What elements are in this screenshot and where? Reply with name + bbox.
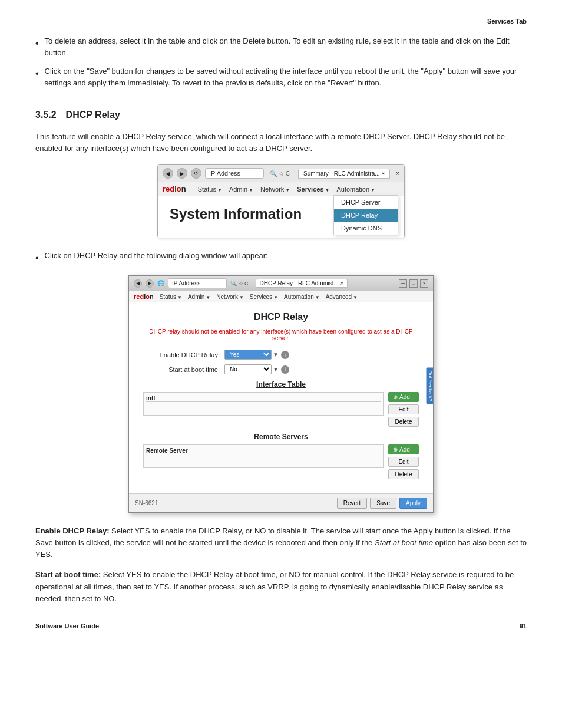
interface-table-section: Interface Table intf ⊕ Add Edit Delete	[143, 380, 419, 427]
dialog-tab[interactable]: DHCP Relay - RLC Administ... ×	[256, 279, 348, 288]
dialog-nav-automation[interactable]: Automation	[284, 294, 320, 300]
page-header: Services Tab	[35, 18, 527, 25]
boot-time-select[interactable]: No Yes	[224, 364, 272, 374]
dropdown-dhcp-server[interactable]: DHCP Server	[334, 196, 398, 209]
boot-time-row: Start at boot time: No Yes ▼ i	[143, 364, 419, 374]
minimize-button[interactable]: ─	[399, 279, 407, 288]
footer-left: Software User Guide	[35, 622, 99, 630]
forward-button[interactable]: ▶	[177, 168, 187, 179]
start-at-boot-italic: Start at boot time	[375, 538, 433, 547]
nav-admin-1[interactable]: Admin	[229, 186, 253, 193]
top-bullets: • To delete an address, select it in the…	[35, 35, 527, 88]
interface-table-box: intf	[143, 392, 384, 416]
body-para-enable: Enable DHCP Relay: Select YES to enable …	[35, 525, 527, 561]
nav-network-1[interactable]: Network	[260, 186, 290, 193]
interface-add-button[interactable]: ⊕ Add	[388, 392, 419, 402]
dialog-screenshot: ◀ ▶ 🌐 IP Address 🔍 ☆ C DHCP Relay - RLC …	[128, 275, 434, 513]
boot-time-label: Start at boot time:	[143, 366, 220, 373]
section-title: DHCP Relay	[66, 110, 120, 120]
restore-button[interactable]: □	[409, 279, 418, 288]
bullet-item: • To delete an address, select it in the…	[35, 35, 527, 58]
click-bullet: • Click on DHCP Relay and the following …	[35, 250, 527, 265]
dialog-nav: redlon Status Admin Network Services Aut…	[129, 291, 433, 302]
close-button[interactable]: ×	[420, 279, 428, 288]
serial-number: SN-6621	[135, 500, 158, 506]
dialog-fwd-btn[interactable]: ▶	[146, 279, 154, 288]
remote-edit-button[interactable]: Edit	[388, 457, 419, 467]
dialog-controls: ─ □ ×	[399, 279, 428, 288]
dialog-title-bar: ◀ ▶ 🌐 IP Address 🔍 ☆ C DHCP Relay - RLC …	[129, 276, 433, 291]
browser-tab-1[interactable]: Summary - RLC Administra... ×	[298, 169, 390, 179]
remote-delete-button[interactable]: Delete	[388, 469, 419, 479]
feedback-tab[interactable]: Got feedback?	[426, 368, 434, 404]
remote-btn-group: ⊕ Add Edit Delete	[388, 444, 419, 479]
plus-icon: ⊕	[393, 394, 398, 400]
browser-toolbar-1: ◀ ▶ ↺ IP Address 🔍 ☆ C Summary - RLC Adm…	[158, 165, 404, 182]
footer-right: 91	[520, 622, 527, 630]
dialog-nav-admin[interactable]: Admin	[188, 294, 210, 300]
page-footer: Software User Guide 91	[35, 622, 527, 630]
save-button[interactable]: Save	[370, 498, 396, 509]
boot-bold-label: Start at boot time:	[35, 570, 101, 579]
brand-logo-1: redlon	[163, 185, 186, 193]
dialog-title-left: ◀ ▶ 🌐 IP Address 🔍 ☆ C DHCP Relay - RLC …	[134, 278, 348, 288]
bullet-item: • Click on the "Save" button for changes…	[35, 65, 527, 88]
only-underline: only	[340, 538, 354, 547]
dialog-nav-status[interactable]: Status	[160, 294, 182, 300]
footer-buttons: Revert Save Apply	[337, 498, 427, 509]
browser-screenshot-1: ◀ ▶ ↺ IP Address 🔍 ☆ C Summary - RLC Adm…	[157, 164, 405, 238]
remote-servers-title: Remote Servers	[143, 433, 419, 441]
interface-col-header: intf	[146, 395, 381, 402]
body-para-boot: Start at boot time: Select YES to enable…	[35, 569, 527, 604]
nav-status-1[interactable]: Status	[198, 186, 222, 193]
select-arrow: ▼	[273, 351, 279, 358]
address-bar-1[interactable]: IP Address	[205, 168, 264, 179]
dialog-content: DHCP Relay DHCP relay should not be enab…	[129, 302, 433, 493]
nav-services-1[interactable]: Services	[297, 186, 329, 193]
browser-nav-wrapper: redlon Status Admin Network Services Aut…	[158, 182, 404, 196]
remote-servers-area: Remote Server ⊕ Add Edit Delete	[143, 444, 419, 479]
dialog-logo: redlon	[134, 293, 154, 300]
interface-table-title: Interface Table	[143, 380, 419, 388]
bullet-dot-2: •	[35, 251, 39, 265]
boot-info-icon[interactable]: i	[281, 365, 289, 374]
dialog-back-btn[interactable]: ◀	[134, 279, 142, 288]
dialog-addr[interactable]: IP Address	[168, 278, 227, 288]
enable-dhcp-label: Enable DHCP Relay:	[143, 351, 220, 358]
dialog-nav-services[interactable]: Services	[250, 294, 278, 300]
enable-dhcp-select[interactable]: Yes No	[224, 350, 272, 360]
bullet-dot: •	[35, 37, 39, 58]
apply-button[interactable]: Apply	[399, 498, 427, 509]
dialog-nav-network[interactable]: Network	[216, 294, 244, 300]
section-number: 3.5.2	[35, 110, 57, 120]
enable-info-icon[interactable]: i	[281, 351, 289, 359]
nav-automation-1[interactable]: Automation	[336, 186, 375, 193]
dropdown-dhcp-relay[interactable]: DHCP Relay	[334, 209, 398, 222]
dhcp-warning: DHCP relay should not be enabled for any…	[143, 328, 419, 341]
remote-server-col-header: Remote Server	[146, 447, 381, 454]
enable-dhcp-row: Enable DHCP Relay: Yes No ▼ i	[143, 350, 419, 360]
dropdown-dynamic-dns[interactable]: Dynamic DNS	[334, 222, 398, 235]
interface-btn-group: ⊕ Add Edit Delete	[388, 392, 419, 427]
remote-servers-section: Remote Servers Remote Server ⊕ Add Edit …	[143, 433, 419, 479]
dhcp-relay-title: DHCP Relay	[143, 312, 419, 322]
revert-button[interactable]: Revert	[337, 498, 367, 509]
boot-select-arrow: ▼	[273, 366, 279, 373]
dialog-nav-advanced[interactable]: Advanced	[326, 294, 358, 300]
dialog-footer: SN-6621 Revert Save Apply	[129, 493, 433, 512]
interface-delete-button[interactable]: Delete	[388, 417, 419, 427]
section-intro: This feature will enable a DHCP Relay se…	[35, 131, 527, 154]
browser-nav-1: redlon Status Admin Network Services Aut…	[158, 182, 404, 196]
bullet-dot: •	[35, 67, 39, 88]
services-dropdown: DHCP Server DHCP Relay Dynamic DNS	[333, 195, 398, 235]
plus-icon-2: ⊕	[393, 446, 398, 453]
enable-bold-label: Enable DHCP Relay:	[35, 526, 109, 535]
interface-edit-button[interactable]: Edit	[388, 404, 419, 414]
back-button[interactable]: ◀	[163, 168, 173, 179]
refresh-button[interactable]: ↺	[191, 168, 201, 179]
remote-server-box: Remote Server	[143, 444, 384, 468]
remote-add-button[interactable]: ⊕ Add	[388, 444, 419, 454]
interface-table-area: intf ⊕ Add Edit Delete	[143, 392, 419, 427]
